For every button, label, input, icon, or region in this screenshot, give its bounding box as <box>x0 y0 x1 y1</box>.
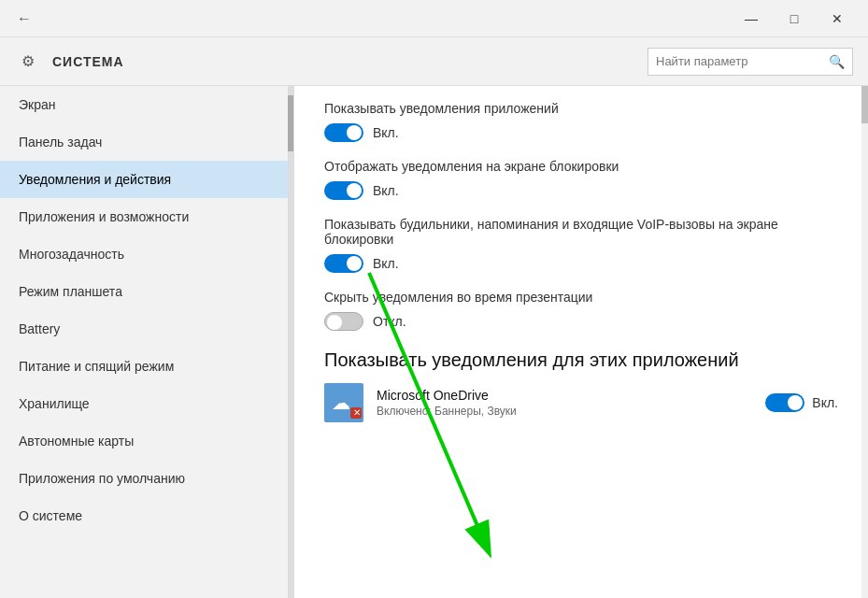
toggle-hide-presentation[interactable] <box>324 312 363 331</box>
toggle-row-hide-presentation: Откл. <box>324 312 838 331</box>
setting-title-show-app-notifications: Показывать уведомления приложений <box>324 101 838 116</box>
toggle-show-lock-screen[interactable] <box>324 181 363 200</box>
title-bar-controls: — □ ✕ <box>730 0 859 37</box>
svg-text:☁: ☁ <box>332 392 350 413</box>
sidebar-item-hranilishche[interactable]: Хранилище <box>0 385 293 422</box>
minimize-button[interactable]: — <box>730 0 773 37</box>
sidebar: ЭкранПанель задачУведомления и действияП… <box>0 86 294 598</box>
search-box[interactable]: 🔍 <box>647 48 853 76</box>
setting-show-app-notifications: Показывать уведомления приложенийВкл. <box>324 101 838 142</box>
app-toggle-onedrive[interactable] <box>765 393 804 412</box>
content-area: Показывать уведомления приложенийВкл.Ото… <box>294 86 868 598</box>
back-button[interactable]: ← <box>9 7 39 31</box>
sidebar-item-uvedomleniya[interactable]: Уведомления и действия <box>0 161 293 198</box>
svg-text:✕: ✕ <box>353 407 361 418</box>
setting-hide-presentation: Скрыть уведомления во время презентацииО… <box>324 290 838 331</box>
sidebar-item-ekran[interactable]: Экран <box>0 86 293 123</box>
search-input[interactable] <box>656 54 829 68</box>
setting-show-lock-screen: Отображать уведомления на экране блокиро… <box>324 159 838 200</box>
sidebar-item-prilozheniya[interactable]: Приложения и возможности <box>0 198 293 235</box>
main-layout: ЭкранПанель задачУведомления и действияП… <box>0 86 868 598</box>
settings-container: Показывать уведомления приложенийВкл.Ото… <box>324 101 838 331</box>
page-title: СИСТЕМА <box>52 54 124 69</box>
toggle-show-app-notifications[interactable] <box>324 123 363 142</box>
sidebar-item-panel-zadach[interactable]: Панель задач <box>0 123 293 161</box>
setting-title-show-alarms: Показывать будильники, напоминания и вхо… <box>324 217 838 247</box>
content-scrollbar-thumb <box>861 86 868 123</box>
sidebar-item-rezhim-plansheta[interactable]: Режим планшета <box>0 273 293 310</box>
maximize-button[interactable]: □ <box>773 0 816 37</box>
close-button[interactable]: ✕ <box>816 0 859 37</box>
sidebar-item-pitanie[interactable]: Питание и спящий режим <box>0 348 293 385</box>
setting-title-hide-presentation: Скрыть уведомления во время презентации <box>324 290 838 305</box>
content-scrollbar <box>861 86 868 598</box>
sidebar-scrollbar-thumb <box>288 95 293 151</box>
setting-title-show-lock-screen: Отображать уведомления на экране блокиро… <box>324 159 838 174</box>
title-bar-left: ← <box>9 7 39 31</box>
title-bar: ← — □ ✕ <box>0 0 868 37</box>
toggle-row-show-lock-screen: Вкл. <box>324 181 838 200</box>
app-row-onedrive: ☁ ✕ Microsoft OneDriveВключено: Баннеры,… <box>324 383 838 422</box>
content-scroll[interactable]: Показывать уведомления приложенийВкл.Ото… <box>294 86 868 598</box>
app-name-onedrive: Microsoft OneDrive <box>377 388 752 403</box>
app-icon-onedrive: ☁ ✕ <box>324 383 363 422</box>
section-heading: Показывать уведомления для этих приложен… <box>324 348 838 372</box>
sidebar-item-avtonomnye-karty[interactable]: Автономные карты <box>0 422 293 460</box>
settings-icon: ⚙ <box>15 49 41 75</box>
sidebar-item-po-umolchaniyu[interactable]: Приложения по умолчанию <box>0 460 293 497</box>
toggle-show-alarms[interactable] <box>324 254 363 273</box>
search-icon: 🔍 <box>829 54 845 69</box>
sidebar-item-o-sisteme[interactable]: О системе <box>0 497 293 534</box>
toggle-row-show-alarms: Вкл. <box>324 254 838 273</box>
setting-show-alarms: Показывать будильники, напоминания и вхо… <box>324 217 838 273</box>
sidebar-item-mnogozadachnost[interactable]: Многозадачность <box>0 235 293 273</box>
apps-container: ☁ ✕ Microsoft OneDriveВключено: Баннеры,… <box>324 383 838 422</box>
sidebar-scrollbar <box>288 86 293 598</box>
toggle-label-show-alarms: Вкл. <box>373 256 399 271</box>
toggle-label-show-lock-screen: Вкл. <box>373 183 399 198</box>
app-sub-onedrive: Включено: Баннеры, Звуки <box>377 405 752 418</box>
app-toggle-area-onedrive: Вкл. <box>765 393 838 412</box>
app-toggle-label-onedrive: Вкл. <box>812 395 838 410</box>
sidebar-item-battery[interactable]: Battery <box>0 310 293 348</box>
toggle-row-show-app-notifications: Вкл. <box>324 123 838 142</box>
sidebar-scroll[interactable]: ЭкранПанель задачУведомления и действияП… <box>0 86 293 598</box>
app-info-onedrive: Microsoft OneDriveВключено: Баннеры, Зву… <box>377 388 752 418</box>
toggle-label-show-app-notifications: Вкл. <box>373 125 399 140</box>
toggle-label-hide-presentation: Откл. <box>373 314 406 329</box>
header: ⚙ СИСТЕМА 🔍 <box>0 37 868 86</box>
